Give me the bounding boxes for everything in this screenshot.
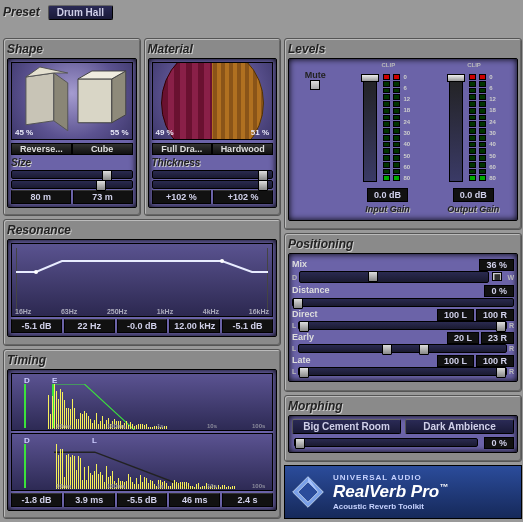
direct-l[interactable]: 100 L (437, 309, 474, 321)
reso-tick: 16kHz (249, 308, 269, 315)
output-meter: CLIP 061218243040506080 (445, 70, 501, 186)
input-gain-slider[interactable] (363, 74, 377, 182)
mute-checkbox[interactable] (310, 80, 320, 90)
reso-val[interactable]: 12.00 kHz (169, 319, 220, 333)
early-l[interactable]: 20 L (447, 332, 479, 344)
timing-val[interactable]: 3.9 ms (64, 493, 115, 507)
early-slider[interactable] (298, 344, 507, 353)
mix-label: Mix (292, 259, 307, 271)
timing-tick: 10ms (56, 423, 71, 429)
early-label: Early (292, 332, 314, 344)
output-gain-thumb[interactable] (447, 74, 465, 82)
brand-tagline: Acoustic Reverb Toolkit (333, 502, 448, 511)
output-gain-label: Output Gain (447, 204, 499, 214)
timing-tick: 1s (157, 423, 164, 429)
size-slider-1[interactable] (11, 170, 133, 179)
timing-panel: Timing D E 10ms 100ms 1s 10s 100s (3, 349, 281, 520)
timing-tick: 10s (207, 423, 217, 429)
positioning-title: Positioning (288, 237, 518, 251)
reso-val[interactable]: -0.0 dB (117, 319, 168, 333)
clip-label: CLIP (467, 62, 481, 68)
size-slider-2[interactable] (11, 180, 133, 189)
timing-val[interactable]: 46 ms (169, 493, 220, 507)
reso-val[interactable]: -5.1 dB (11, 319, 62, 333)
input-gain-label: Input Gain (365, 204, 410, 214)
late-r[interactable]: 100 R (476, 355, 514, 367)
output-gain-value[interactable]: 0.0 dB (453, 188, 494, 202)
morph-b[interactable]: Dark Ambience (405, 419, 514, 434)
material-left-name[interactable]: Full Dra... (152, 143, 213, 155)
morph-value[interactable]: 0 % (484, 437, 514, 449)
brand-tm: ™ (439, 483, 448, 493)
mute-label: Mute (305, 70, 326, 80)
timing-plot-late[interactable]: D L 10ms 100ms 1s 10s 100s (11, 433, 273, 491)
shape-right-name[interactable]: Cube (72, 143, 133, 155)
reso-val[interactable]: 22 Hz (64, 319, 115, 333)
timing-tick: 10ms (56, 483, 71, 489)
brand-product: RealVerb Pro (333, 482, 439, 501)
reso-tick: 63Hz (61, 308, 77, 315)
shape-right-pct: 55 % (110, 128, 128, 137)
timing-val[interactable]: -5.5 dB (117, 493, 168, 507)
timing-title: Timing (7, 353, 277, 367)
input-gain-thumb[interactable] (361, 74, 379, 82)
material-viz[interactable]: 49 % 51 % (152, 62, 274, 140)
material-title: Material (148, 42, 278, 56)
reso-val[interactable]: -5.1 dB (222, 319, 273, 333)
clip-label: CLIP (381, 62, 395, 68)
brand-company: UNIVERSAL AUDIO (333, 473, 448, 482)
svg-point-6 (34, 270, 38, 274)
levels-title: Levels (288, 42, 518, 56)
shape-viz[interactable]: 45 % 55 % (11, 62, 133, 140)
distance-slider[interactable] (292, 298, 514, 307)
distance-label: Distance (292, 285, 330, 297)
material-right-name[interactable]: Hardwood (212, 143, 273, 155)
mix-lock-icon[interactable]: ▦ (492, 272, 502, 281)
direct-label: Direct (292, 309, 318, 321)
input-gain-value[interactable]: 0.0 dB (367, 188, 408, 202)
preset-value[interactable]: Drum Hall (48, 5, 113, 20)
size-right-val[interactable]: 73 m (73, 190, 133, 204)
shape-title: Shape (7, 42, 137, 56)
early-r[interactable]: 23 R (481, 332, 514, 344)
timing-val[interactable]: -1.8 dB (11, 493, 62, 507)
preset-label: Preset (3, 5, 40, 19)
late-slider[interactable] (298, 367, 507, 376)
resonance-title: Resonance (7, 223, 277, 237)
positioning-panel: Positioning Mix36 % D▦W Distance0 % Dire… (284, 233, 522, 392)
morph-slider[interactable] (294, 438, 478, 447)
svg-marker-1 (54, 72, 68, 130)
direct-r[interactable]: 100 R (476, 309, 514, 321)
distance-value[interactable]: 0 % (484, 285, 514, 297)
output-gain-slider[interactable] (449, 74, 463, 182)
direct-slider[interactable] (298, 321, 507, 330)
timing-tick: 100ms (107, 423, 126, 429)
svg-point-7 (220, 259, 224, 263)
late-label: Late (292, 355, 311, 367)
mix-slider[interactable]: ▦ (299, 271, 489, 283)
late-l[interactable]: 100 L (437, 355, 474, 367)
resonance-plot[interactable]: 16Hz 63Hz 250Hz 1kHz 4kHz 16kHz (11, 243, 273, 317)
size-left-val[interactable]: 80 m (11, 190, 71, 204)
reso-tick: 4kHz (203, 308, 219, 315)
shape-left-name[interactable]: Reverse... (11, 143, 72, 155)
reso-tick: 1kHz (157, 308, 173, 315)
timing-tick: 100s (252, 423, 265, 429)
morph-a[interactable]: Big Cement Room (292, 419, 401, 434)
brand-banner: UNIVERSAL AUDIO RealVerb Pro™ Acoustic R… (284, 465, 522, 519)
timing-plot-early[interactable]: D E 10ms 100ms 1s 10s 100s (11, 373, 273, 431)
shape-panel: Shape 45 % 55 % Reverse... Cube Size (3, 38, 141, 217)
levels-panel: Levels Mute CLIP 06121824 (284, 38, 522, 231)
thickness-right-val[interactable]: +102 % (213, 190, 273, 204)
material-left-pct: 49 % (156, 128, 174, 137)
timing-val[interactable]: 2.4 s (222, 493, 273, 507)
size-label: Size (11, 157, 133, 168)
thickness-slider-2[interactable] (152, 180, 274, 189)
morphing-title: Morphing (288, 399, 518, 413)
morphing-panel: Morphing Big Cement Room Dark Ambience 0… (284, 395, 522, 463)
mix-value[interactable]: 36 % (479, 259, 514, 271)
thickness-slider-1[interactable] (152, 170, 274, 179)
thickness-left-val[interactable]: +102 % (152, 190, 212, 204)
material-right-pct: 51 % (251, 128, 269, 137)
svg-marker-4 (112, 70, 126, 122)
